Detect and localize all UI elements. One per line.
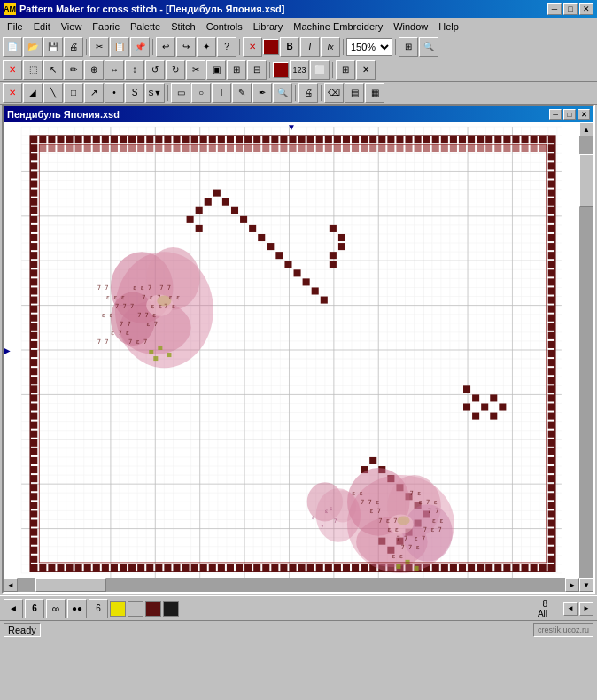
minimize-button[interactable]: ─: [547, 3, 562, 15]
menu-library[interactable]: Library: [248, 19, 289, 34]
tb3-arrow-r[interactable]: ↗: [84, 83, 104, 103]
magnify-btn[interactable]: 🔍: [419, 37, 438, 57]
new-button[interactable]: 📄: [3, 37, 22, 57]
svg-rect-276: [548, 466, 555, 473]
horizontal-scrollbar[interactable]: ◄ ►: [4, 578, 579, 592]
tb2-tool2[interactable]: ⊕: [84, 60, 104, 80]
svg-rect-348: [48, 144, 55, 152]
scroll-btn-right[interactable]: ►: [579, 602, 593, 616]
tb3-s[interactable]: S: [125, 83, 144, 103]
svg-rect-257: [548, 297, 555, 304]
tb2-x[interactable]: ✕: [356, 60, 376, 80]
menu-edit[interactable]: Edit: [28, 19, 56, 34]
tb3-rect2[interactable]: ▭: [171, 83, 190, 103]
tool-b[interactable]: ?: [217, 37, 236, 57]
inner-maximize[interactable]: □: [563, 109, 576, 120]
tb2-crop2[interactable]: ▣: [206, 60, 226, 80]
tb3-rect[interactable]: □: [64, 83, 83, 103]
maximize-button[interactable]: □: [563, 3, 578, 15]
scroll-track-v[interactable]: [579, 136, 593, 578]
cross-btn[interactable]: ✕: [243, 37, 262, 57]
tb3-pencil[interactable]: ◢: [23, 83, 43, 103]
print-button[interactable]: 🖨: [64, 37, 83, 57]
menu-stitch[interactable]: Stitch: [166, 19, 201, 34]
scroll-right-button[interactable]: ►: [565, 578, 579, 592]
tb3-pen[interactable]: ✒: [252, 83, 272, 103]
tool-a[interactable]: ✦: [197, 37, 216, 57]
menu-palette[interactable]: Palette: [125, 19, 166, 34]
infinity-btn[interactable]: ∞: [46, 599, 66, 618]
tb2-rotate[interactable]: ↺: [145, 60, 165, 80]
redo-button[interactable]: ↪: [176, 37, 196, 57]
page-back-button[interactable]: ◄: [4, 599, 23, 618]
menu-fabric[interactable]: Fabric: [87, 19, 125, 34]
italic2-btn[interactable]: Ix: [321, 37, 340, 57]
menu-file[interactable]: File: [2, 19, 28, 34]
tb3-printer[interactable]: 🖨: [298, 83, 318, 103]
menu-window[interactable]: Window: [388, 19, 433, 34]
scroll-left-button[interactable]: ◄: [4, 578, 18, 592]
italic-btn[interactable]: I: [300, 37, 320, 57]
vertical-scrollbar[interactable]: ▲ ▼: [579, 122, 593, 592]
fill-btn[interactable]: [263, 39, 279, 55]
scroll-up-button[interactable]: ▲: [579, 122, 593, 136]
scroll-btn-left[interactable]: ◄: [563, 602, 578, 616]
zoom-select[interactable]: 150% 50% 75% 100% 200% 300%: [346, 38, 392, 56]
tb2-grid[interactable]: ⊞: [336, 60, 355, 80]
tb3-zoom[interactable]: 🔍: [273, 83, 292, 103]
save-button[interactable]: 💾: [43, 37, 63, 57]
scroll-down-button[interactable]: ▼: [579, 578, 593, 592]
scroll-thumb-v[interactable]: [579, 154, 593, 207]
tb3-brush[interactable]: ✎: [232, 83, 252, 103]
scroll-track-h[interactable]: [18, 578, 565, 592]
tb3-line[interactable]: ╲: [43, 83, 63, 103]
tb2-color[interactable]: [273, 62, 289, 78]
tb2-rotate2[interactable]: ↻: [166, 60, 185, 80]
tb3-T[interactable]: T: [212, 83, 231, 103]
inner-close[interactable]: ✕: [578, 109, 590, 120]
color-swatch-1[interactable]: [110, 601, 126, 617]
menu-machine-embroidery[interactable]: Machine Embroidery: [288, 19, 388, 34]
close-button[interactable]: ✕: [579, 3, 593, 15]
open-button[interactable]: 📂: [23, 37, 43, 57]
svg-rect-341: [503, 564, 510, 572]
svg-rect-267: [548, 385, 555, 393]
cut-button[interactable]: ✂: [89, 37, 109, 57]
tb2-select[interactable]: ⬚: [23, 60, 43, 80]
grid-btn[interactable]: ⊞: [399, 37, 418, 57]
tb3-tool-a[interactable]: ▤: [345, 83, 364, 103]
tb2-num[interactable]: 123: [290, 60, 309, 80]
tb2-expand[interactable]: ⊞: [227, 60, 246, 80]
color-swatch-3[interactable]: [145, 601, 161, 617]
tb2-close[interactable]: ✕: [3, 60, 22, 80]
bold-btn[interactable]: B: [280, 37, 299, 57]
thread-indicator[interactable]: ●●: [67, 599, 87, 618]
copy-button[interactable]: 📋: [110, 37, 129, 57]
color-swatch-4[interactable]: [163, 601, 179, 617]
tb2-sym[interactable]: ⬜: [310, 60, 330, 80]
tb3-dot[interactable]: •: [105, 83, 124, 103]
tb3-tool-b[interactable]: ▦: [365, 83, 384, 103]
tb2-tool4[interactable]: ↕: [125, 60, 144, 80]
tb2-tool3[interactable]: ↔: [105, 60, 124, 80]
undo-button[interactable]: ↩: [156, 37, 175, 57]
tb3-eraser[interactable]: ⌫: [324, 83, 344, 103]
tb2-shrink[interactable]: ⊟: [247, 60, 267, 80]
menu-controls[interactable]: Controls: [201, 19, 248, 34]
inner-minimize[interactable]: ─: [549, 109, 562, 120]
svg-rect-399: [503, 144, 510, 152]
tb2-tool1[interactable]: ✏: [64, 60, 83, 80]
svg-rect-189: [531, 136, 538, 143]
svg-rect-354: [102, 144, 109, 152]
tb3-x[interactable]: ✕: [3, 83, 22, 103]
tb3-circle[interactable]: ○: [191, 83, 211, 103]
tb2-arrow[interactable]: ↖: [43, 60, 63, 80]
svg-rect-450: [338, 243, 345, 250]
color-swatch-2[interactable]: [128, 601, 143, 617]
tb3-s2[interactable]: S▼: [145, 83, 165, 103]
paste-button[interactable]: 📌: [130, 37, 150, 57]
menu-view[interactable]: View: [56, 19, 88, 34]
menu-help[interactable]: Help: [433, 19, 464, 34]
scroll-thumb-h[interactable]: [35, 578, 106, 592]
tb2-crop[interactable]: ✂: [186, 60, 205, 80]
